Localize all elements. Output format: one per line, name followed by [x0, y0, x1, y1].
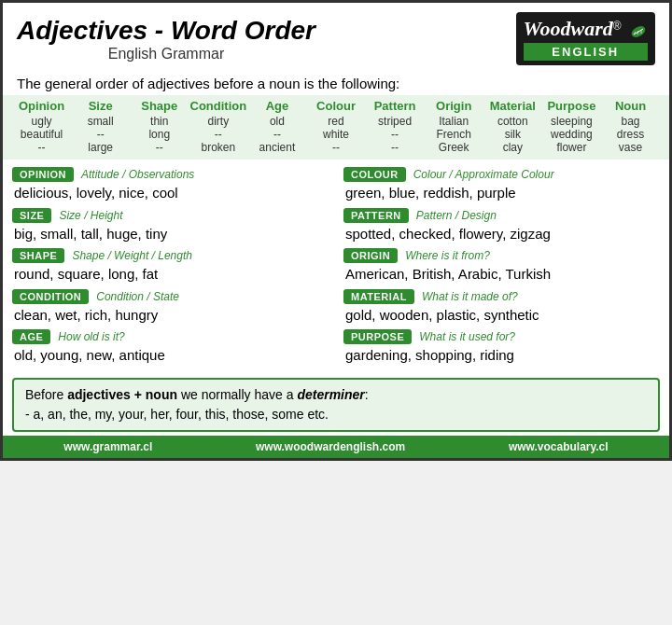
cell-r1-c10: sleeping — [542, 115, 601, 128]
footer-note-pre: Before — [25, 387, 67, 402]
footer-note-bold: adjectives + noun — [67, 387, 177, 402]
footer-note-mid: we normally have a — [177, 387, 297, 402]
order-hdr-pattern: Pattern — [366, 99, 425, 113]
purpose-badge: PURPOSE — [343, 329, 412, 344]
pattern-header: PATTERN Pattern / Design — [343, 208, 660, 223]
footer-note-line2: - a, an, the, my, your, her, four, this,… — [25, 407, 329, 422]
order-hdr-size: Size — [71, 99, 130, 113]
origin-desc: Where is it from? — [405, 249, 490, 262]
shape-header: SHAPE Shape / Weight / Length — [12, 248, 329, 263]
shape-examples: round, square, long, fat — [14, 265, 329, 284]
colour-block: COLOUR Colour / Approximate Colour green… — [343, 167, 660, 202]
cell-r3-c8: Greek — [425, 141, 483, 154]
colour-desc: Colour / Approximate Colour — [413, 168, 554, 181]
order-hdr-noun: Noun — [601, 99, 660, 113]
opinion-header: OPINION Attitude / Observations — [12, 167, 329, 182]
order-data-row-3: -- large -- broken ancient -- -- Greek c… — [12, 141, 660, 154]
size-header: SIZE Size / Height — [12, 208, 329, 223]
cell-r1-c1: ugly — [12, 115, 71, 128]
right-column: COLOUR Colour / Approximate Colour green… — [336, 167, 660, 370]
origin-examples: American, British, Arabic, Turkish — [345, 265, 660, 284]
condition-examples: clean, wet, rich, hungry — [14, 306, 329, 325]
pattern-badge: PATTERN — [343, 208, 409, 223]
origin-badge: ORIGIN — [343, 248, 398, 263]
footer-note-colon: : — [365, 387, 369, 402]
cell-r3-c3: -- — [130, 141, 189, 154]
cell-r2-c8: French — [425, 128, 483, 141]
material-header: MATERIAL What is it made of? — [343, 289, 660, 304]
cell-r3-c10: flower — [542, 141, 601, 154]
shape-block: SHAPE Shape / Weight / Length round, squ… — [12, 248, 329, 284]
age-block: AGE How old is it? old, young, new, anti… — [12, 329, 329, 365]
condition-badge: CONDITION — [12, 289, 89, 304]
order-table-section: Opinion Size Shape Condition Age Colour … — [3, 95, 669, 160]
origin-block: ORIGIN Where is it from? American, Briti… — [343, 248, 660, 284]
opinion-badge: OPINION — [12, 167, 74, 182]
cell-r1-c9: cotton — [483, 115, 542, 128]
footer-note-italic: determiner — [297, 387, 364, 402]
shape-desc: Shape / Weight / Length — [72, 249, 192, 262]
order-hdr-condition: Condition — [189, 99, 247, 113]
footer-links: www.grammar.cl www.woodwardenglish.com w… — [3, 436, 669, 458]
logo-woodward-text: Woodward — [524, 17, 613, 40]
cell-r1-c6: red — [306, 115, 365, 128]
cell-r2-c9: silk — [483, 128, 542, 141]
cell-r2-c10: wedding — [542, 128, 601, 141]
colour-header: COLOUR Colour / Approximate Colour — [343, 167, 660, 182]
footer-link-vocab[interactable]: www.vocabulary.cl — [509, 440, 609, 453]
age-badge: AGE — [12, 329, 50, 344]
opinion-examples: delicious, lovely, nice, cool — [14, 184, 329, 202]
age-examples: old, young, new, antique — [14, 346, 329, 365]
condition-desc: Condition / State — [96, 290, 179, 303]
cell-r1-c7: striped — [366, 115, 425, 128]
cell-r2-c5: -- — [247, 128, 306, 141]
pattern-desc: Pattern / Design — [416, 209, 497, 222]
main-container: Adjectives - Word Order English Grammar … — [0, 0, 672, 461]
intro-text: The general order of adjectives before a… — [3, 70, 669, 95]
order-hdr-shape: Shape — [130, 99, 189, 113]
cell-r3-c7: -- — [366, 141, 425, 154]
footer-link-grammar[interactable]: www.grammar.cl — [63, 440, 152, 453]
order-hdr-opinion: Opinion — [12, 99, 71, 113]
opinion-block: OPINION Attitude / Observations deliciou… — [12, 167, 329, 202]
sub-title: English Grammar — [17, 46, 315, 62]
logo-brand: Woodward® — [524, 17, 648, 41]
content-grid: OPINION Attitude / Observations deliciou… — [3, 163, 669, 374]
condition-block: CONDITION Condition / State clean, wet, … — [12, 289, 329, 325]
size-desc: Size / Height — [59, 209, 122, 222]
purpose-desc: What is it used for? — [419, 330, 515, 343]
cell-r2-c2: -- — [71, 128, 130, 141]
pattern-block: PATTERN Pattern / Design spotted, checke… — [343, 208, 660, 243]
age-header: AGE How old is it? — [12, 329, 329, 344]
logo-registered: ® — [613, 20, 622, 33]
material-badge: MATERIAL — [343, 289, 414, 304]
pattern-examples: spotted, checked, flowery, zigzag — [345, 225, 660, 243]
cell-r1-c4: dirty — [189, 115, 247, 128]
cell-r3-c2: large — [71, 141, 130, 154]
left-column: OPINION Attitude / Observations deliciou… — [12, 167, 336, 370]
purpose-header: PURPOSE What is it used for? — [343, 329, 660, 344]
leaf-icon — [629, 22, 648, 41]
cell-r2-c6: white — [306, 128, 365, 141]
order-data-row-1: ugly small thin dirty old red striped It… — [12, 115, 660, 128]
main-title: Adjectives - Word Order — [17, 16, 315, 46]
cell-r3-c1: -- — [12, 141, 71, 154]
cell-r1-c11: bag — [601, 115, 660, 128]
logo-english-text: ENGLISH — [524, 43, 648, 61]
cell-r1-c8: Italian — [425, 115, 483, 128]
cell-r2-c3: long — [130, 128, 189, 141]
order-hdr-age: Age — [247, 99, 306, 113]
colour-badge: COLOUR — [343, 167, 406, 182]
cell-r1-c3: thin — [130, 115, 189, 128]
order-header-row: Opinion Size Shape Condition Age Colour … — [12, 99, 660, 113]
size-examples: big, small, tall, huge, tiny — [14, 225, 329, 243]
size-badge: SIZE — [12, 208, 51, 223]
material-block: MATERIAL What is it made of? gold, woode… — [343, 289, 660, 325]
purpose-block: PURPOSE What is it used for? gardening, … — [343, 329, 660, 365]
order-hdr-material: Material — [483, 99, 542, 113]
cell-r3-c11: vase — [601, 141, 660, 154]
cell-r2-c11: dress — [601, 128, 660, 141]
age-desc: How old is it? — [58, 330, 124, 343]
size-block: SIZE Size / Height big, small, tall, hug… — [12, 208, 329, 243]
footer-link-woodward[interactable]: www.woodwardenglish.com — [256, 440, 405, 453]
